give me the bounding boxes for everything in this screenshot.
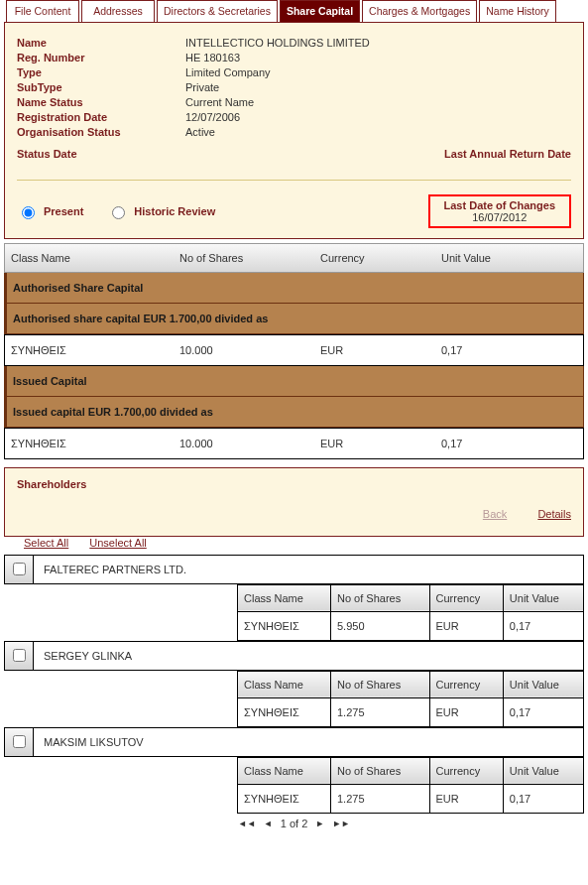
shareholder-name: FALTEREC PARTNERS LTD. — [34, 557, 196, 582]
tab-addresses[interactable]: Addresses — [81, 0, 155, 23]
issued-unit: 0,17 — [435, 429, 583, 458]
pager-first-icon[interactable]: ◄◄ — [238, 819, 256, 828]
auth-shares: 10.000 — [174, 335, 314, 365]
col-unitvalue: Unit Value — [435, 244, 583, 272]
issued-class: ΣΥΝΗΘΕΙΣ — [5, 429, 174, 458]
value-reg: HE 180163 — [185, 52, 240, 63]
sh-class: ΣΥΝΗΘΕΙΣ — [238, 784, 331, 813]
issued-curr: EUR — [314, 429, 435, 458]
sh-col-class: Class Name — [238, 584, 331, 611]
section-authorised-sub: Authorised share capital EUR 1.700,00 di… — [4, 304, 584, 334]
radio-historic-label: Historic Review — [134, 205, 215, 217]
shareholder-row: MAKSIM LIKSUTOV — [4, 727, 584, 757]
sh-curr: EUR — [429, 784, 503, 813]
issued-shares: 10.000 — [174, 429, 314, 458]
shareholder-subtable: Class Name No of Shares Currency Unit Va… — [4, 671, 584, 727]
back-link: Back — [483, 508, 507, 520]
pager-last-icon[interactable]: ►► — [332, 819, 350, 828]
label-type: Type — [17, 66, 185, 78]
authorised-row: ΣΥΝΗΘΕΙΣ 10.000 EUR 0,17 — [4, 334, 584, 366]
sh-class: ΣΥΝΗΘΕΙΣ — [238, 697, 331, 726]
divider — [17, 180, 571, 181]
sh-shares: 1.275 — [331, 697, 430, 726]
value-subtype: Private — [185, 81, 219, 93]
details-link[interactable]: Details — [537, 508, 571, 520]
sh-unit: 0,17 — [503, 784, 583, 813]
unselect-all-link[interactable]: Unselect All — [89, 537, 146, 549]
issued-row: ΣΥΝΗΘΕΙΣ 10.000 EUR 0,17 — [4, 428, 584, 459]
col-currency: Currency — [314, 244, 435, 272]
value-namestatus: Current Name — [185, 96, 254, 108]
tab-share-capital[interactable]: Share Capital — [280, 0, 360, 23]
radio-historic-input[interactable] — [112, 206, 125, 219]
auth-unit: 0,17 — [435, 335, 583, 365]
col-shares: No of Shares — [174, 244, 314, 272]
value-regdate: 12/07/2006 — [185, 111, 240, 123]
sh-shares: 1.275 — [331, 784, 430, 813]
pager: ◄◄ ◄ 1 of 2 ► ►► — [0, 818, 588, 829]
capital-table-header: Class Name No of Shares Currency Unit Va… — [4, 243, 584, 273]
sh-shares: 5.950 — [331, 611, 430, 640]
last-changes-title: Last Date of Changes — [444, 199, 555, 211]
value-orgstatus: Active — [185, 126, 215, 138]
radio-present-input[interactable] — [22, 206, 35, 219]
label-orgstatus: Organisation Status — [17, 126, 185, 138]
tab-bar: File Content Addresses Directors & Secre… — [0, 0, 588, 23]
shareholders-panel: Shareholders Back Details — [4, 467, 584, 537]
label-namestatus: Name Status — [17, 96, 185, 108]
last-annual-return-label: Last Annual Return Date — [444, 148, 571, 160]
sh-col-curr: Currency — [429, 584, 503, 611]
auth-class: ΣΥΝΗΘΕΙΣ — [5, 335, 174, 365]
sh-curr: EUR — [429, 697, 503, 726]
sh-unit: 0,17 — [503, 611, 583, 640]
radio-historic[interactable]: Historic Review — [107, 203, 215, 219]
radio-present-label: Present — [44, 205, 83, 217]
value-type: Limited Company — [185, 66, 271, 78]
sh-class: ΣΥΝΗΘΕΙΣ — [238, 611, 331, 640]
label-name: Name — [17, 37, 185, 49]
status-date-label: Status Date — [17, 148, 77, 160]
sh-col-curr: Currency — [429, 757, 503, 784]
shareholders-heading: Shareholders — [17, 478, 571, 490]
sh-col-class: Class Name — [238, 757, 331, 784]
last-changes-box: Last Date of Changes 16/07/2012 — [428, 194, 571, 228]
pager-text: 1 of 2 — [281, 818, 308, 829]
sh-col-shares: No of Shares — [331, 757, 430, 784]
section-issued-sub: Issued capital EUR 1.700,00 divided as — [4, 397, 584, 428]
col-class: Class Name — [5, 244, 174, 272]
label-regdate: Registration Date — [17, 111, 185, 123]
pager-prev-icon[interactable]: ◄ — [264, 819, 273, 828]
section-authorised: Authorised Share Capital — [4, 273, 584, 304]
company-info-panel: NameINTELLECTICO HOLDINGS LIMITED Reg. N… — [4, 22, 584, 239]
tab-name-history[interactable]: Name History — [479, 0, 556, 23]
label-reg: Reg. Number — [17, 52, 185, 63]
sh-curr: EUR — [429, 611, 503, 640]
shareholder-name: SERGEY GLINKA — [34, 643, 142, 669]
shareholder-checkbox[interactable] — [13, 735, 26, 748]
radio-present[interactable]: Present — [17, 203, 83, 219]
tab-directors[interactable]: Directors & Secretaries — [157, 0, 278, 23]
last-changes-date: 16/07/2012 — [444, 211, 555, 223]
section-issued: Issued Capital — [4, 366, 584, 397]
sh-col-shares: No of Shares — [331, 671, 430, 697]
sh-col-shares: No of Shares — [331, 584, 430, 611]
shareholder-subtable: Class Name No of Shares Currency Unit Va… — [4, 584, 584, 641]
shareholder-subtable: Class Name No of Shares Currency Unit Va… — [4, 757, 584, 814]
sh-col-unit: Unit Value — [503, 757, 583, 784]
shareholder-checkbox[interactable] — [13, 649, 26, 662]
shareholder-name: MAKSIM LIKSUTOV — [34, 729, 154, 755]
value-name: INTELLECTICO HOLDINGS LIMITED — [185, 37, 370, 49]
shareholder-row: SERGEY GLINKA — [4, 641, 584, 671]
sh-col-curr: Currency — [429, 671, 503, 697]
label-subtype: SubType — [17, 81, 185, 93]
shareholder-row: FALTEREC PARTNERS LTD. — [4, 555, 584, 584]
sh-unit: 0,17 — [503, 697, 583, 726]
tab-charges[interactable]: Charges & Mortgages — [362, 0, 477, 23]
sh-col-unit: Unit Value — [503, 584, 583, 611]
pager-next-icon[interactable]: ► — [315, 819, 324, 828]
shareholder-checkbox[interactable] — [13, 563, 26, 575]
sh-col-unit: Unit Value — [503, 671, 583, 697]
tab-file-content[interactable]: File Content — [6, 0, 79, 23]
select-all-link[interactable]: Select All — [24, 537, 68, 549]
auth-curr: EUR — [314, 335, 435, 365]
